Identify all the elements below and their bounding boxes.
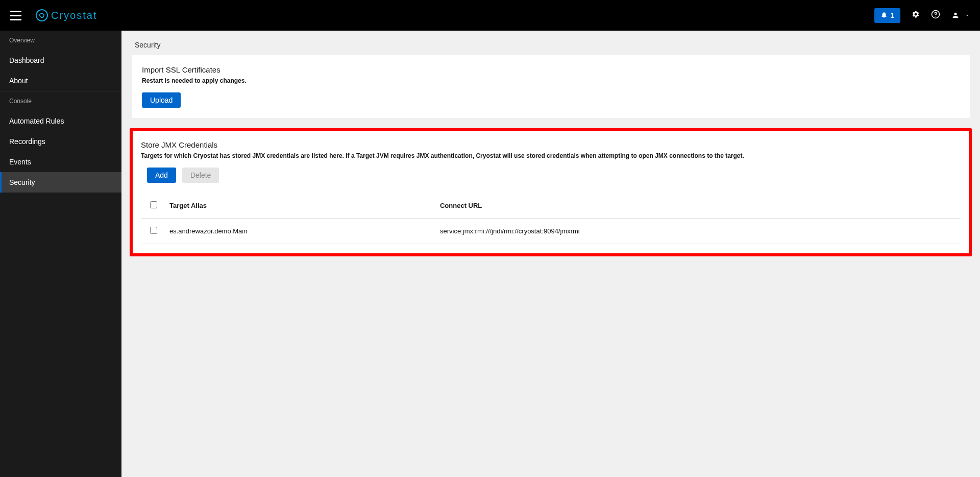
content-area: Security Import SSL Certificates Restart…	[121, 31, 980, 477]
hamburger-menu-button[interactable]	[10, 11, 21, 20]
credentials-table: Target Alias Connect URL es.andrewazor.d…	[141, 193, 961, 244]
cell-alias: es.andrewazor.demo.Main	[163, 219, 434, 244]
header-right: 1	[874, 8, 970, 23]
sidebar-item-recordings[interactable]: Recordings	[0, 131, 121, 152]
sidebar-item-about[interactable]: About	[0, 70, 121, 91]
row-checkbox[interactable]	[150, 227, 157, 234]
header-bar: Cryostat 1	[0, 0, 980, 31]
sidebar: Overview Dashboard About Console Automat…	[0, 31, 121, 477]
row-checkbox-cell	[141, 219, 163, 244]
sidebar-item-security[interactable]: Security	[0, 172, 121, 193]
sidebar-item-dashboard[interactable]: Dashboard	[0, 50, 121, 70]
delete-button[interactable]: Delete	[182, 168, 219, 183]
gear-icon	[912, 10, 920, 18]
brand-logo[interactable]: Cryostat	[36, 9, 97, 21]
cell-url: service:jmx:rmi:///jndi/rmi://cryostat:9…	[434, 219, 961, 244]
jmx-credentials-card: Store JMX Credentials Targets for which …	[130, 128, 972, 256]
table-row: es.andrewazor.demo.Main service:jmx:rmi:…	[141, 219, 961, 244]
user-icon	[951, 11, 960, 19]
main-container: Overview Dashboard About Console Automat…	[0, 31, 980, 477]
page-title: Security	[132, 41, 970, 49]
sidebar-section-overview: Overview Dashboard About	[0, 31, 121, 91]
settings-button[interactable]	[912, 10, 920, 20]
sidebar-section-console: Console Automated Rules Recordings Event…	[0, 91, 121, 193]
sidebar-section-title-console: Console	[0, 91, 121, 111]
caret-down-icon	[965, 13, 970, 18]
sidebar-item-automated-rules[interactable]: Automated Rules	[0, 111, 121, 131]
jmx-button-group: Add Delete	[141, 168, 961, 183]
header-left: Cryostat	[10, 9, 97, 21]
ssl-certificates-card: Import SSL Certificates Restart is neede…	[132, 55, 970, 118]
jmx-card-subtext: Targets for which Cryostat has stored JM…	[141, 152, 961, 159]
help-button[interactable]	[931, 10, 940, 21]
upload-button[interactable]: Upload	[142, 92, 181, 108]
table-header-row: Target Alias Connect URL	[141, 193, 961, 219]
notification-count: 1	[890, 11, 894, 19]
help-icon	[931, 10, 940, 19]
cryostat-icon	[36, 9, 48, 21]
sidebar-section-title-overview: Overview	[0, 31, 121, 50]
column-header-url: Connect URL	[434, 193, 961, 219]
ssl-card-title: Import SSL Certificates	[142, 65, 960, 74]
user-menu-button[interactable]	[951, 11, 970, 19]
sidebar-item-events[interactable]: Events	[0, 152, 121, 172]
ssl-card-subtext: Restart is needed to apply changes.	[142, 77, 960, 84]
jmx-card-title: Store JMX Credentials	[141, 140, 961, 149]
select-all-cell	[141, 193, 163, 219]
bell-icon	[880, 11, 888, 20]
column-header-alias: Target Alias	[163, 193, 434, 219]
notification-button[interactable]: 1	[874, 8, 900, 23]
brand-text: Cryostat	[51, 10, 97, 21]
add-button[interactable]: Add	[147, 168, 176, 183]
select-all-checkbox[interactable]	[150, 201, 157, 208]
